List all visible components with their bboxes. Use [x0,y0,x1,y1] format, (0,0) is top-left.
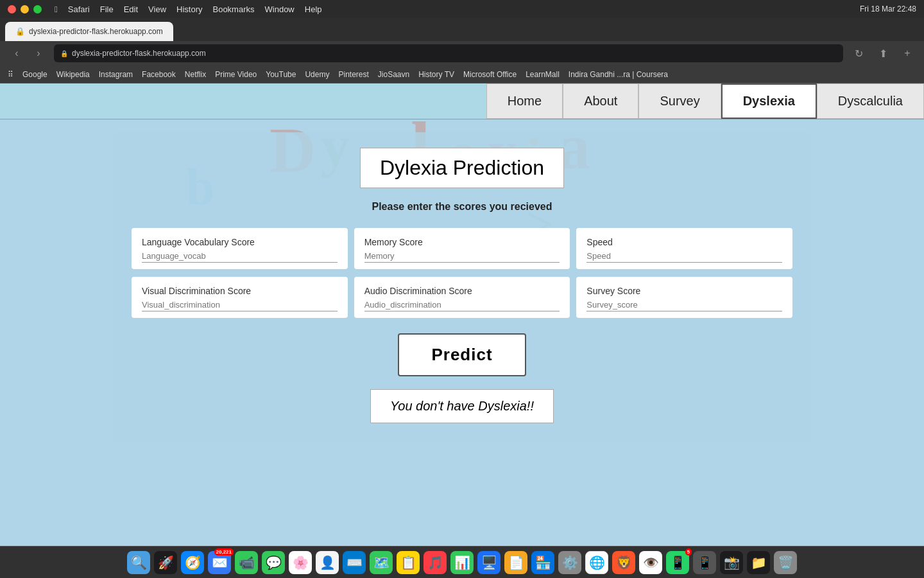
audio-disc-label: Audio Discrimination Score [364,286,560,296]
history-menu[interactable]: History [176,4,202,14]
visual-disc-label: Visual Discrimination Score [142,286,338,296]
bookmark-google[interactable]: Google [22,70,47,79]
dock-files[interactable]: 📁 [747,551,770,574]
share-button[interactable]: ⬆ [874,44,892,62]
traffic-lights[interactable] [8,5,42,13]
dock-systemprefs[interactable]: ⚙️ [558,551,581,574]
dock-contacts[interactable]: 👤 [316,551,339,574]
bookmark-grid-icon[interactable]: ⠿ [8,70,13,79]
maximize-button[interactable] [33,5,42,13]
dock-facetime[interactable]: 📹 [235,551,258,574]
speed-group: Speed [576,228,792,269]
dock-trash[interactable]: 🗑️ [774,551,797,574]
menu-bar:  Safari File Edit View History Bookmark… [55,4,322,14]
bookmark-facebook[interactable]: Facebook [142,70,176,79]
dock-mail[interactable]: ✉️20,221 [208,551,231,574]
main-content: D y s l e x i a b > Dylexia Prediction P… [0,119,924,546]
dock-notes[interactable]: 📋 [397,551,420,574]
bookmark-wikipedia[interactable]: Wikipedia [56,70,90,79]
bookmark-msoffice[interactable]: Microsoft Office [463,70,517,79]
survey-score-input[interactable] [586,299,782,311]
tab-favicon: 🔒 [15,27,25,36]
site-navigation: Home About Survey Dyslexia Dyscalculia [0,83,924,119]
back-button[interactable]: ‹ [8,44,26,62]
bookmark-udemy[interactable]: Udemy [305,70,329,79]
forward-button[interactable]: › [30,44,47,62]
memory-group: Memory Score [354,228,570,269]
dock-appstore[interactable]: 🏪 [531,551,554,574]
dock-finder[interactable]: 🔍 [127,551,150,574]
predict-button[interactable]: Predict [398,333,526,376]
input-row-2: Visual Discrimination Score Audio Discri… [132,277,792,318]
apple-menu[interactable]:  [55,4,58,14]
browser-tab[interactable]: 🔒 dyslexia-predictor-flask.herokuapp.com [5,22,173,41]
prediction-result: You don't have Dyslexia!! [370,389,554,423]
memory-input[interactable] [364,250,560,263]
bookmark-youtube[interactable]: YouTube [266,70,296,79]
close-button[interactable] [8,5,16,13]
lang-vocab-group: Language Vocabulary Score [132,228,348,269]
clock: Fri 18 Mar 22:48 [860,4,916,13]
address-bar[interactable]: 🔒 dyslexia-predictor-flask.herokuapp.com [54,44,843,62]
page-title: Dylexia Prediction [360,148,564,188]
new-tab-button[interactable]: + [898,44,916,62]
dock-chrome[interactable]: 🌐 [585,551,608,574]
dock-preview[interactable]: 👁️ [639,551,662,574]
nav-survey[interactable]: Survey [638,83,721,119]
bookmark-coursera[interactable]: Indira Gandhi ...ra | Coursera [569,70,668,79]
bookmark-prime[interactable]: Prime Video [215,70,257,79]
speed-input[interactable] [586,250,782,263]
safari-menu[interactable]: Safari [68,4,90,14]
dock-maps[interactable]: 🗺️ [370,551,393,574]
bookmark-learnmall[interactable]: LearnMall [526,70,560,79]
bookmark-historytv[interactable]: History TV [418,70,454,79]
nav-about[interactable]: About [563,83,638,119]
audio-disc-input[interactable] [364,299,560,311]
menu-bar-right: Fri 18 Mar 22:48 [860,4,916,13]
dock-screencapture[interactable]: 📸 [720,551,743,574]
dock-music[interactable]: 🎵 [424,551,447,574]
window-menu[interactable]: Window [265,4,295,14]
dock: 🔍 🚀 🧭 ✉️20,221 📹 💬 🌸 👤 ⌨️ 🗺️ 📋 🎵 📊 🖥️ 📄 … [0,546,924,578]
file-menu[interactable]: File [100,4,114,14]
bookmarks-menu[interactable]: Bookmarks [212,4,254,14]
dock-photos[interactable]: 🌸 [289,551,312,574]
dock-launchpad[interactable]: 🚀 [154,551,177,574]
dock-iphonemirroring[interactable]: 📱 [693,551,716,574]
edit-menu[interactable]: Edit [124,4,138,14]
minimize-button[interactable] [21,5,29,13]
bookmarks-bar: ⠿ Google Wikipedia Instagram Facebook Ne… [0,66,924,83]
survey-score-group: Survey Score [576,277,792,318]
dock-numbers[interactable]: 📊 [450,551,474,574]
lang-vocab-input[interactable] [142,250,338,263]
view-menu[interactable]: View [148,4,166,14]
reload-button[interactable]: ↻ [850,44,868,62]
browser-toolbar: ‹ › 🔒 dyslexia-predictor-flask.herokuapp… [0,41,924,66]
dock-whatsapp[interactable]: 📱5 [666,551,689,574]
visual-disc-group: Visual Discrimination Score [132,277,348,318]
nav-dyscalculia[interactable]: Dyscalculia [817,83,924,119]
prediction-form: Dylexia Prediction Please enter the scor… [112,132,812,442]
visual-disc-input[interactable] [142,299,338,311]
input-row-1: Language Vocabulary Score Memory Score S… [132,228,792,269]
bookmark-instagram[interactable]: Instagram [99,70,133,79]
bookmark-jiosaavn[interactable]: JioSaavn [378,70,409,79]
help-menu[interactable]: Help [305,4,322,14]
dock-messages[interactable]: 💬 [262,551,285,574]
nav-dyslexia[interactable]: Dyslexia [721,83,817,119]
dock-pages[interactable]: 📄 [504,551,527,574]
dock-vscode[interactable]: ⌨️ [343,551,366,574]
bookmark-netflix[interactable]: Netflix [185,70,206,79]
form-subtitle: Please enter the scores you recieved [132,201,792,213]
lock-icon: 🔒 [60,50,68,57]
nav-buttons[interactable]: ‹ › [8,44,47,62]
survey-score-label: Survey Score [586,286,782,296]
bookmark-pinterest[interactable]: Pinterest [338,70,368,79]
memory-label: Memory Score [364,237,560,247]
dock-keynote[interactable]: 🖥️ [477,551,501,574]
dock-safari[interactable]: 🧭 [181,551,204,574]
dock-brave[interactable]: 🦁 [612,551,635,574]
nav-home[interactable]: Home [486,83,563,119]
title-bar:  Safari File Edit View History Bookmark… [0,0,924,18]
lang-vocab-label: Language Vocabulary Score [142,237,338,247]
